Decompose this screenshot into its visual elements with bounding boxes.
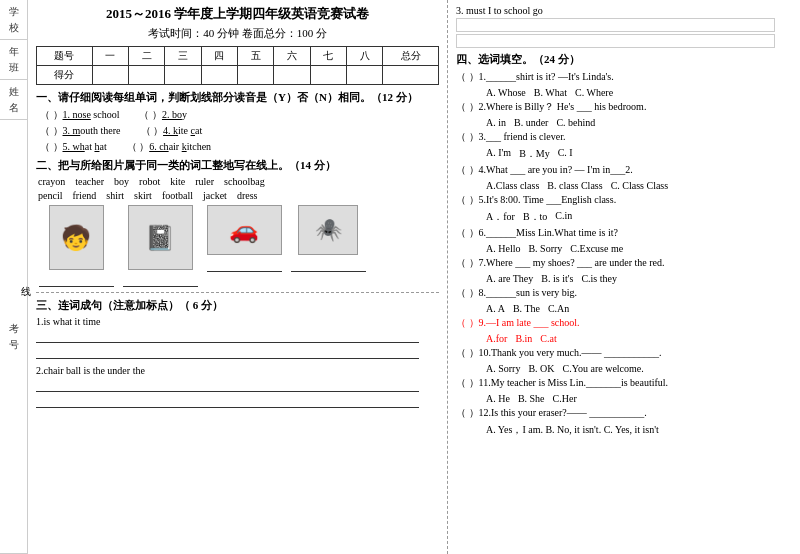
score-header-8: 八 [347,47,383,66]
word-dress: dress [235,190,260,201]
section1-row3: （ ）5. what hat （ ）6. chair kitchen [40,140,439,154]
choice-b-11: B. She [518,393,545,404]
must-answer-line [456,18,775,32]
score-header-7: 七 [310,47,346,66]
choice-bracket-1: （ ）1. [456,70,486,84]
choice-b-5: B．to [523,210,547,224]
sidebar-class: 年班 [0,40,27,80]
exam-subtitle: 考试时间：40 分钟 卷面总分：100 分 [36,26,439,41]
score-cell-2 [128,66,164,85]
choice-content-6: ______Miss Lin.What time is it? [486,227,792,238]
choice-b-3: B．My [519,147,550,161]
score-cell-5 [237,66,273,85]
choice-c-4: C. Class Class [611,180,669,191]
sidebar-name: 姓名 [0,80,27,120]
score-cell-7 [310,66,346,85]
section3-item2-line2 [36,394,419,408]
word-ruler: ruler [193,176,216,187]
word-boy: boy [112,176,131,187]
section2-words-row2: pencil friend shirt skirt football jacke… [36,190,439,201]
section3-item1-line1 [36,329,419,343]
choices-row-10: A. Sorry B. OK C.You are welcome. [486,363,792,374]
choice-c-5: C.in [555,210,572,224]
choices-row-8: A. A B. The C.An [486,303,792,314]
choice-abc-12: A. Yes，I am. B. No, it isn't. C. Yes, it… [486,424,659,435]
choice-item-5: （ ）5. It's 8:00. Time ___English class. [456,193,792,207]
choice-content-5: It's 8:00. Time ___English class. [486,194,792,205]
choice-c-3: C. I [558,147,573,161]
image-notebook: 📓 [128,205,193,270]
score-table: 题号 一 二 三 四 五 六 七 八 总分 得分 [36,46,439,85]
choice-bracket-12: （ ）12. [456,406,491,420]
choices-row-5: A．for B．to C.in [486,210,792,224]
choice-a-10: A. Sorry [486,363,520,374]
section3-item2-line1 [36,378,419,392]
choice-content-11: My teacher is Miss Lin._______is beautif… [491,377,792,388]
score-cell-4 [201,66,237,85]
choice-content-2: Where is Billy？ He's ___ his bedroom. [486,100,792,114]
choice-a-1: A. Whose [486,87,526,98]
choice-c-1: C. Where [575,87,613,98]
score-cell-3 [165,66,201,85]
choice-a-8: A. A [486,303,505,314]
choice-item-1: （ ）1. ______shirt is it? —It's Linda's. [456,70,792,84]
score-cell-total [383,66,439,85]
score-header-5: 五 [237,47,273,66]
section3-title: 三、连词成句（注意加标点）（ 6 分） [36,298,439,313]
choice-item-3: （ ）3. ___ friend is clever. [456,130,792,144]
choice-bracket-6: （ ）6. [456,226,486,240]
choice-a-9: A.for [486,333,507,344]
choice-a-2: A. in [486,117,506,128]
word-teacher: teacher [73,176,106,187]
choices-row-7: A. are They B. is it's C.is they [486,273,792,284]
section3-item2: 2.chair ball is the under the [36,365,439,408]
must-item: 3. must I to school go [456,5,792,48]
score-header-num: 题号 [37,47,93,66]
choice-content-9: —I am late ___ school. [486,317,792,328]
choice-item-7: （ ）7. Where ___ my shoes? ___ are under … [456,256,792,270]
choices-row-11: A. He B. She C.Her [486,393,792,404]
choices-row-6: A. Hello B. Sorry C.Excuse me [486,243,792,254]
section3-item1-number: 1.is what it time [36,316,100,327]
section1-content: （ ）1. nose school （ ）2. boy （ ）3. mouth … [40,108,439,154]
section3-item1: 1.is what it time [36,316,439,359]
choices-row-9: A.for B.in C.at [486,333,792,344]
score-header-6: 六 [274,47,310,66]
choice-b-9: B.in [515,333,532,344]
word-football: football [160,190,195,201]
choice-a-11: A. He [486,393,510,404]
sidebar-school: 学校 [0,0,27,40]
word-shirt: shirt [104,190,126,201]
score-cell-1 [92,66,128,85]
score-row-label: 得分 [37,66,93,85]
choices-row-3: A. I'm B．My C. I [486,147,792,161]
section3-item1-line2 [36,345,419,359]
score-header-4: 四 [201,47,237,66]
section1-title: 一、请仔细阅读每组单词，判断划线部分读音是（Y）否（N）相同。（12 分） [36,90,439,105]
word-friend: friend [70,190,98,201]
word-kite: kite [168,176,187,187]
choice-a-5: A．for [486,210,515,224]
choice-bracket-11: （ ）11. [456,376,491,390]
sidebar: 学校 年班 姓名 考号 [0,0,28,554]
choice-content-10: Thank you very much.—— ___________. [491,347,792,358]
choice-b-7: B. is it's [541,273,573,284]
image-boy: 🧒 [49,205,104,270]
choice-b-8: B. The [513,303,540,314]
choice-a-7: A. are They [486,273,533,284]
choice-item-12: （ ）12. Is this your eraser?—— __________… [456,406,792,420]
choice-a-4: A.Class class [486,180,539,191]
choice-content-8: ______sun is very big. [486,287,792,298]
choice-content-3: ___ friend is clever. [486,131,792,142]
word-jacket: jacket [201,190,229,201]
choices-row-1: A. Whose B. What C. Where [486,87,792,98]
choice-content-7: Where ___ my shoes? ___ are under the re… [486,257,792,268]
choices-row-2: A. in B. under C. behind [486,117,792,128]
choice-c-7: C.is they [581,273,617,284]
word-robot: robot [137,176,162,187]
section4-title: 四、选词填空。（24 分） [456,52,792,67]
choice-bracket-8: （ ）8. [456,286,486,300]
right-column: 3. must I to school go 四、选词填空。（24 分） （ ）… [448,0,800,554]
choice-b-10: B. OK [528,363,554,374]
choice-a-6: A. Hello [486,243,520,254]
